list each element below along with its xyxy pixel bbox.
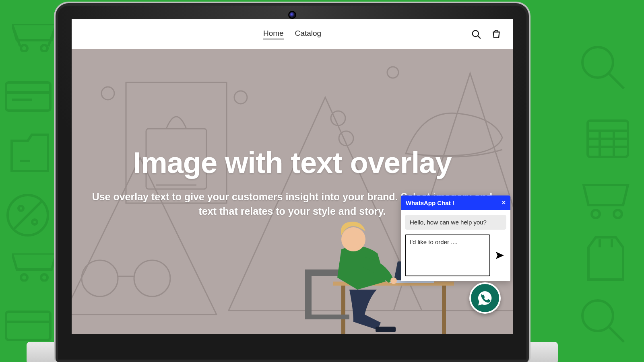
laptop-mockup: Home Catalog: [39, 0, 546, 362]
svg-rect-52: [305, 269, 312, 318]
chat-close-button[interactable]: ×: [502, 199, 506, 206]
whatsapp-icon: [477, 290, 493, 306]
chat-title: WhatsApp Chat !: [406, 200, 454, 206]
svg-point-27: [592, 210, 600, 218]
browser-viewport: Home Catalog: [72, 19, 513, 334]
svg-point-56: [390, 278, 397, 284]
svg-rect-55: [376, 327, 396, 332]
svg-point-28: [614, 210, 622, 218]
svg-point-14: [21, 274, 27, 281]
svg-point-4: [41, 45, 47, 51]
svg-line-30: [609, 327, 624, 342]
svg-rect-54: [305, 315, 349, 319]
send-icon: [495, 251, 505, 260]
svg-point-57: [341, 227, 365, 251]
svg-point-41: [331, 111, 345, 125]
header-actions: [471, 19, 502, 49]
nav-link-home[interactable]: Home: [263, 29, 284, 39]
svg-line-19: [609, 74, 624, 88]
hero-title: Image with text overlay: [84, 146, 501, 180]
search-icon[interactable]: [471, 29, 481, 39]
svg-point-12: [32, 220, 37, 224]
chat-compose-row: [401, 232, 510, 281]
svg-point-43: [387, 67, 398, 78]
chat-input[interactable]: [405, 234, 490, 276]
chat-greeting-bubble: Hello, how can we help you?: [405, 215, 506, 230]
svg-line-10: [14, 201, 42, 229]
site-header: Home Catalog: [72, 19, 513, 49]
hero-section: Image with text overlay Use overlay text…: [72, 49, 513, 334]
svg-point-45: [134, 260, 170, 296]
chat-header: WhatsApp Chat ! ×: [401, 195, 510, 210]
svg-point-39: [101, 87, 114, 100]
svg-point-40: [234, 91, 247, 104]
cart-icon[interactable]: [491, 29, 502, 39]
svg-point-29: [582, 300, 613, 331]
svg-point-18: [582, 47, 613, 78]
svg-line-1: [12, 24, 20, 46]
svg-line-2: [48, 24, 56, 46]
svg-marker-0: [12, 24, 56, 40]
svg-point-3: [21, 45, 27, 51]
svg-rect-48: [442, 286, 446, 334]
svg-marker-26: [584, 185, 628, 205]
chat-messages: Hello, how can we help you?: [401, 210, 510, 232]
svg-marker-13: [12, 253, 56, 269]
svg-point-31: [473, 31, 479, 37]
svg-rect-16: [6, 312, 50, 340]
svg-point-15: [41, 274, 47, 281]
svg-point-44: [82, 260, 118, 296]
chat-widget: WhatsApp Chat ! × Hello, how can we help…: [401, 195, 510, 281]
nav-link-catalog[interactable]: Catalog: [295, 29, 322, 39]
svg-rect-5: [6, 82, 50, 111]
svg-point-11: [19, 206, 23, 211]
primary-nav: Home Catalog: [263, 29, 321, 39]
whatsapp-fab[interactable]: [469, 282, 501, 314]
svg-line-32: [478, 36, 481, 39]
svg-rect-49: [341, 286, 345, 334]
svg-point-42: [339, 131, 353, 146]
chat-send-button[interactable]: [493, 234, 506, 276]
